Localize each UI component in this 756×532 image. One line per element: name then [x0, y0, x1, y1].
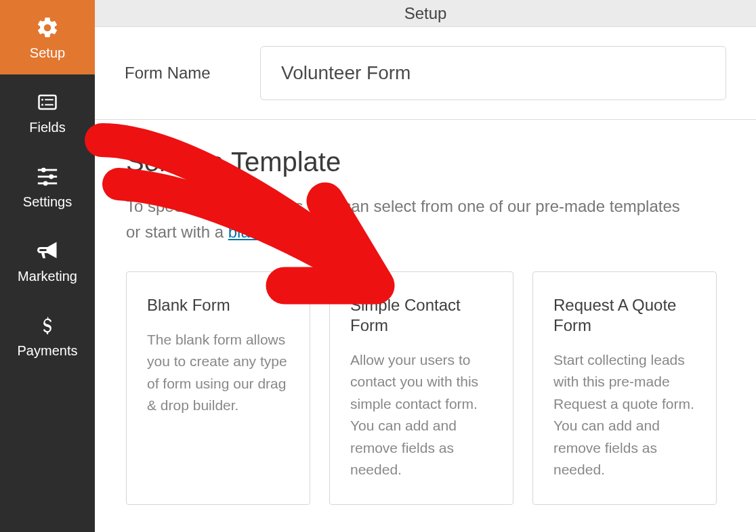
- app-root: Setup Fields Settings Marketing Payments: [0, 0, 756, 532]
- svg-rect-5: [38, 169, 57, 171]
- card-description: The blank form allows you to create any …: [147, 329, 289, 417]
- svg-point-8: [49, 174, 54, 179]
- card-description: Allow your users to contact you with thi…: [350, 349, 492, 481]
- svg-rect-7: [38, 175, 57, 177]
- desc-text: To speed up the process, you can select …: [126, 197, 680, 240]
- main-panel: Setup Form Name Select a Template To spe…: [95, 0, 756, 532]
- svg-rect-4: [45, 104, 54, 105]
- sidebar-item-setup[interactable]: Setup: [0, 0, 95, 74]
- sliders-icon: [34, 163, 61, 190]
- svg-rect-0: [39, 95, 56, 109]
- svg-point-6: [41, 167, 46, 172]
- list-icon: [34, 89, 61, 116]
- card-title: Simple Contact Form: [350, 295, 492, 336]
- card-title: Blank Form: [147, 295, 289, 315]
- svg-rect-2: [45, 99, 54, 100]
- select-template-description: To speed up the process, you can select …: [126, 194, 688, 244]
- template-card-blank-form[interactable]: Blank Form The blank form allows you to …: [126, 271, 310, 505]
- card-description: Start collecting leads with this pre-mad…: [553, 349, 696, 481]
- template-cards: Blank Form The blank form allows you to …: [126, 271, 725, 505]
- template-card-request-a-quote-form[interactable]: Request A Quote Form Start collecting le…: [532, 271, 717, 505]
- sidebar-item-label: Payments: [18, 343, 78, 359]
- sidebar-item-fields[interactable]: Fields: [0, 74, 95, 149]
- page-title-bar: Setup: [95, 0, 756, 27]
- form-name-row: Form Name: [95, 27, 756, 120]
- template-card-simple-contact-form[interactable]: Simple Contact Form Allow your users to …: [329, 271, 513, 505]
- form-name-input[interactable]: [260, 46, 726, 100]
- sidebar: Setup Fields Settings Marketing Payments: [0, 0, 95, 532]
- card-title: Request A Quote Form: [553, 295, 696, 336]
- sidebar-item-label: Settings: [23, 194, 72, 210]
- gear-icon: [34, 14, 61, 41]
- sidebar-item-label: Marketing: [18, 269, 77, 284]
- sidebar-item-label: Setup: [30, 45, 65, 61]
- svg-point-10: [43, 181, 48, 185]
- form-name-label: Form Name: [125, 64, 260, 83]
- page-title: Setup: [404, 4, 447, 23]
- sidebar-item-marketing[interactable]: Marketing: [0, 223, 95, 298]
- sidebar-item-label: Fields: [29, 120, 65, 135]
- dollar-icon: [34, 312, 61, 339]
- select-template-heading: Select a Template: [126, 147, 725, 177]
- sidebar-item-payments[interactable]: Payments: [0, 298, 95, 372]
- blank-form-link[interactable]: blank form.: [228, 223, 309, 241]
- sidebar-item-settings[interactable]: Settings: [0, 149, 95, 223]
- svg-point-3: [41, 104, 43, 106]
- bullhorn-icon: [34, 238, 61, 265]
- svg-point-1: [41, 98, 43, 100]
- template-section: Select a Template To speed up the proces…: [95, 120, 756, 532]
